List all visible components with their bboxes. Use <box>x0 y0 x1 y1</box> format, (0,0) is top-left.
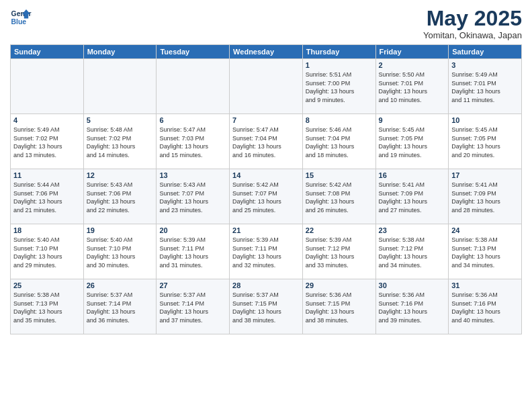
day-number: 12 <box>87 171 154 179</box>
day-number: 28 <box>232 281 300 289</box>
calendar-cell: 15Sunrise: 5:42 AMSunset: 7:08 PMDayligh… <box>302 169 375 224</box>
col-wednesday: Wednesday <box>230 45 303 59</box>
col-saturday: Saturday <box>449 45 522 59</box>
day-info: Sunrise: 5:47 AMSunset: 7:04 PMDaylight:… <box>232 126 300 159</box>
day-info: Sunrise: 5:49 AMSunset: 7:02 PMDaylight:… <box>13 126 81 159</box>
calendar-week-5: 25Sunrise: 5:38 AMSunset: 7:13 PMDayligh… <box>11 279 522 334</box>
day-info: Sunrise: 5:39 AMSunset: 7:11 PMDaylight:… <box>232 236 300 269</box>
calendar-cell: 25Sunrise: 5:38 AMSunset: 7:13 PMDayligh… <box>11 279 84 334</box>
calendar-cell: 7Sunrise: 5:47 AMSunset: 7:04 PMDaylight… <box>230 114 303 169</box>
calendar-cell <box>157 59 230 114</box>
day-info: Sunrise: 5:40 AMSunset: 7:10 PMDaylight:… <box>13 236 81 269</box>
day-number: 14 <box>232 171 300 179</box>
calendar-week-3: 11Sunrise: 5:44 AMSunset: 7:06 PMDayligh… <box>11 169 522 224</box>
calendar-cell: 17Sunrise: 5:41 AMSunset: 7:09 PMDayligh… <box>449 169 522 224</box>
day-info: Sunrise: 5:46 AMSunset: 7:04 PMDaylight:… <box>306 126 373 159</box>
calendar-cell <box>11 59 84 114</box>
col-tuesday: Tuesday <box>157 45 230 59</box>
day-number: 15 <box>306 171 373 179</box>
day-info: Sunrise: 5:47 AMSunset: 7:03 PMDaylight:… <box>159 126 226 159</box>
day-info: Sunrise: 5:36 AMSunset: 7:16 PMDaylight:… <box>379 291 446 324</box>
day-number: 1 <box>306 61 373 69</box>
day-number: 27 <box>159 281 226 289</box>
calendar-cell: 26Sunrise: 5:37 AMSunset: 7:14 PMDayligh… <box>83 279 157 334</box>
day-info: Sunrise: 5:42 AMSunset: 7:08 PMDaylight:… <box>306 181 373 214</box>
calendar-cell: 9Sunrise: 5:45 AMSunset: 7:05 PMDaylight… <box>375 114 449 169</box>
calendar-week-4: 18Sunrise: 5:40 AMSunset: 7:10 PMDayligh… <box>11 224 522 279</box>
day-info: Sunrise: 5:38 AMSunset: 7:13 PMDaylight:… <box>13 291 81 324</box>
day-info: Sunrise: 5:38 AMSunset: 7:12 PMDaylight:… <box>379 236 446 269</box>
day-number: 13 <box>159 171 226 179</box>
day-number: 26 <box>87 281 154 289</box>
calendar-cell: 6Sunrise: 5:47 AMSunset: 7:03 PMDaylight… <box>157 114 230 169</box>
col-sunday: Sunday <box>11 45 84 59</box>
logo-icon: General Blue <box>10 7 32 28</box>
day-number: 6 <box>159 116 226 124</box>
title-block: May 2025 Yomitan, Okinawa, Japan <box>423 7 522 40</box>
day-info: Sunrise: 5:37 AMSunset: 7:15 PMDaylight:… <box>232 291 300 324</box>
day-number: 22 <box>306 226 373 234</box>
calendar-cell: 31Sunrise: 5:36 AMSunset: 7:16 PMDayligh… <box>449 279 522 334</box>
day-number: 16 <box>379 171 446 179</box>
day-info: Sunrise: 5:44 AMSunset: 7:06 PMDaylight:… <box>13 181 81 214</box>
day-info: Sunrise: 5:49 AMSunset: 7:01 PMDaylight:… <box>451 71 519 104</box>
day-number: 24 <box>451 226 519 234</box>
calendar-cell: 24Sunrise: 5:38 AMSunset: 7:13 PMDayligh… <box>449 224 522 279</box>
day-number: 30 <box>379 281 446 289</box>
day-info: Sunrise: 5:45 AMSunset: 7:05 PMDaylight:… <box>451 126 519 159</box>
calendar-cell: 20Sunrise: 5:39 AMSunset: 7:11 PMDayligh… <box>157 224 230 279</box>
col-thursday: Thursday <box>302 45 375 59</box>
day-info: Sunrise: 5:42 AMSunset: 7:07 PMDaylight:… <box>232 181 300 214</box>
day-info: Sunrise: 5:41 AMSunset: 7:09 PMDaylight:… <box>379 181 446 214</box>
day-number: 3 <box>451 61 519 69</box>
day-info: Sunrise: 5:50 AMSunset: 7:01 PMDaylight:… <box>379 71 446 104</box>
day-info: Sunrise: 5:39 AMSunset: 7:12 PMDaylight:… <box>306 236 373 269</box>
calendar-cell: 12Sunrise: 5:43 AMSunset: 7:06 PMDayligh… <box>83 169 157 224</box>
day-info: Sunrise: 5:48 AMSunset: 7:02 PMDaylight:… <box>87 126 154 159</box>
day-info: Sunrise: 5:43 AMSunset: 7:07 PMDaylight:… <box>159 181 226 214</box>
day-number: 23 <box>379 226 446 234</box>
day-info: Sunrise: 5:51 AMSunset: 7:00 PMDaylight:… <box>306 71 373 104</box>
calendar-cell: 2Sunrise: 5:50 AMSunset: 7:01 PMDaylight… <box>375 59 449 114</box>
day-info: Sunrise: 5:36 AMSunset: 7:15 PMDaylight:… <box>306 291 373 324</box>
svg-text:Blue: Blue <box>11 18 27 26</box>
header: General Blue General Blue May 2025 Yomit… <box>10 7 522 40</box>
calendar-cell: 19Sunrise: 5:40 AMSunset: 7:10 PMDayligh… <box>83 224 157 279</box>
calendar-cell: 5Sunrise: 5:48 AMSunset: 7:02 PMDaylight… <box>83 114 157 169</box>
day-info: Sunrise: 5:43 AMSunset: 7:06 PMDaylight:… <box>87 181 154 214</box>
location: Yomitan, Okinawa, Japan <box>423 30 522 40</box>
month-title: May 2025 <box>423 7 522 30</box>
logo: General Blue General Blue <box>10 7 34 28</box>
day-number: 31 <box>451 281 519 289</box>
calendar-cell: 8Sunrise: 5:46 AMSunset: 7:04 PMDaylight… <box>302 114 375 169</box>
day-info: Sunrise: 5:36 AMSunset: 7:16 PMDaylight:… <box>451 291 519 324</box>
page: General Blue General Blue May 2025 Yomit… <box>0 0 532 411</box>
calendar-cell: 28Sunrise: 5:37 AMSunset: 7:15 PMDayligh… <box>230 279 303 334</box>
day-number: 19 <box>87 226 154 234</box>
day-number: 20 <box>159 226 226 234</box>
day-info: Sunrise: 5:39 AMSunset: 7:11 PMDaylight:… <box>159 236 226 269</box>
calendar-cell: 16Sunrise: 5:41 AMSunset: 7:09 PMDayligh… <box>375 169 449 224</box>
day-number: 25 <box>13 281 81 289</box>
day-number: 4 <box>13 116 81 124</box>
day-info: Sunrise: 5:41 AMSunset: 7:09 PMDaylight:… <box>451 181 519 214</box>
header-row: Sunday Monday Tuesday Wednesday Thursday… <box>11 45 522 59</box>
calendar-cell <box>230 59 303 114</box>
calendar-cell: 27Sunrise: 5:37 AMSunset: 7:14 PMDayligh… <box>157 279 230 334</box>
calendar-cell: 29Sunrise: 5:36 AMSunset: 7:15 PMDayligh… <box>302 279 375 334</box>
day-number: 10 <box>451 116 519 124</box>
calendar-cell: 10Sunrise: 5:45 AMSunset: 7:05 PMDayligh… <box>449 114 522 169</box>
calendar-cell: 30Sunrise: 5:36 AMSunset: 7:16 PMDayligh… <box>375 279 449 334</box>
calendar-cell: 1Sunrise: 5:51 AMSunset: 7:00 PMDaylight… <box>302 59 375 114</box>
col-monday: Monday <box>83 45 157 59</box>
day-info: Sunrise: 5:38 AMSunset: 7:13 PMDaylight:… <box>451 236 519 269</box>
calendar-table: Sunday Monday Tuesday Wednesday Thursday… <box>10 44 522 334</box>
calendar-cell: 21Sunrise: 5:39 AMSunset: 7:11 PMDayligh… <box>230 224 303 279</box>
day-number: 5 <box>87 116 154 124</box>
calendar-cell: 18Sunrise: 5:40 AMSunset: 7:10 PMDayligh… <box>11 224 84 279</box>
calendar-cell <box>83 59 157 114</box>
day-number: 2 <box>379 61 446 69</box>
calendar-cell: 14Sunrise: 5:42 AMSunset: 7:07 PMDayligh… <box>230 169 303 224</box>
day-number: 21 <box>232 226 300 234</box>
calendar-cell: 4Sunrise: 5:49 AMSunset: 7:02 PMDaylight… <box>11 114 84 169</box>
